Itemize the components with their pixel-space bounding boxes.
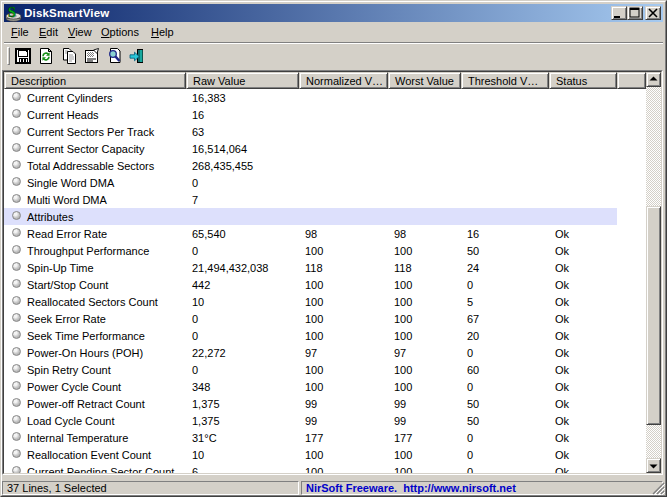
svg-text:S: S [8,5,16,20]
